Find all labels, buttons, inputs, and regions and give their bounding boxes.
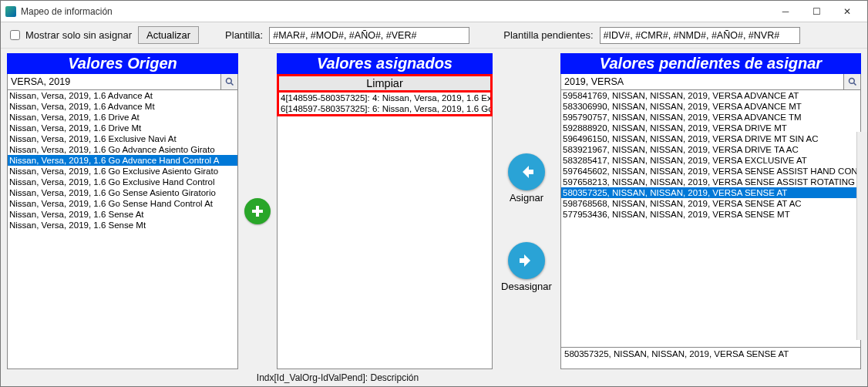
- list-item[interactable]: 577953436, NISSAN, NISSAN, 2019, VERSA S…: [561, 209, 860, 220]
- content-area: Valores Origen Nissan, Versa, 2019, 1.6 …: [1, 49, 867, 369]
- add-column: [241, 53, 274, 369]
- list-item[interactable]: Nissan, Versa, 2019, 1.6 Drive Mt: [8, 123, 237, 133]
- maximize-button[interactable]: ☐: [801, 2, 832, 21]
- list-item[interactable]: 596496150, NISSAN, NISSAN, 2019, VERSA D…: [561, 133, 860, 144]
- plantilla-pend-label: Plantilla pendientes:: [503, 29, 593, 41]
- list-item[interactable]: Nissan, Versa, 2019, 1.6 Sense Mt: [8, 220, 237, 231]
- add-button[interactable]: [244, 198, 271, 224]
- desasignar-label: Desasignar: [501, 281, 552, 292]
- list-item[interactable]: Nissan, Versa, 2019, 1.6 Drive At: [8, 112, 237, 123]
- scrollbar[interactable]: [856, 132, 867, 340]
- limpiar-button[interactable]: Limpiar: [279, 76, 490, 93]
- svg-rect-3: [252, 210, 263, 213]
- list-item[interactable]: 583285417, NISSAN, NISSAN, 2019, VERSA E…: [561, 155, 860, 166]
- minimize-button[interactable]: ─: [770, 2, 801, 21]
- svg-line-1: [230, 83, 233, 86]
- update-button[interactable]: Actualizar: [138, 26, 199, 44]
- list-item[interactable]: Nissan, Versa, 2019, 1.6 Advance Mt: [8, 101, 237, 112]
- list-item[interactable]: Nissan, Versa, 2019, 1.6 Go Exclusive As…: [8, 166, 237, 177]
- origen-search-button[interactable]: [220, 74, 237, 89]
- asignar-label: Asignar: [510, 192, 543, 204]
- svg-point-4: [849, 79, 854, 84]
- list-item[interactable]: 595790757, NISSAN, NISSAN, 2019, VERSA A…: [561, 112, 860, 123]
- assign-buttons-column: Asignar Desasignar: [496, 53, 557, 369]
- asignados-list[interactable]: [277, 116, 493, 369]
- list-item[interactable]: 595841769, NISSAN, NISSAN, 2019, VERSA A…: [561, 90, 860, 101]
- pendientes-header: Valores pendientes de asignar: [560, 53, 861, 74]
- asignar-button[interactable]: Asignar: [508, 153, 545, 204]
- list-item[interactable]: Nissan, Versa, 2019, 1.6 Sense At: [8, 209, 237, 220]
- panel-asignados: Valores asignados Limpiar 4[148595-58035…: [277, 53, 493, 369]
- origen-search-input[interactable]: [8, 74, 220, 89]
- plantilla-input[interactable]: [269, 27, 469, 44]
- list-item[interactable]: Nissan, Versa, 2019, 1.6 Go Sense Asient…: [8, 187, 237, 198]
- list-item[interactable]: 598768568, NISSAN, NISSAN, 2019, VERSA S…: [561, 198, 860, 209]
- list-item[interactable]: Nissan, Versa, 2019, 1.6 Exclusive Navi …: [8, 133, 237, 144]
- search-icon: [225, 77, 234, 86]
- origen-header: Valores Origen: [7, 53, 238, 74]
- panel-origen: Valores Origen Nissan, Versa, 2019, 1.6 …: [7, 53, 238, 369]
- list-item[interactable]: 597645602, NISSAN, NISSAN, 2019, VERSA S…: [561, 166, 860, 177]
- list-item[interactable]: 583306990, NISSAN, NISSAN, 2019, VERSA A…: [561, 101, 860, 112]
- window-title: Mapeo de información: [21, 6, 113, 17]
- list-item[interactable]: 580357325, NISSAN, NISSAN, 2019, VERSA S…: [561, 187, 860, 198]
- app-window: Mapeo de información ─ ☐ ✕ Mostrar solo …: [0, 0, 868, 387]
- status-text: Indx[Id_ValOrg-IdValPend]: Descripción: [257, 372, 419, 383]
- list-item[interactable]: Nissan, Versa, 2019, 1.6 Go Advance Asie…: [8, 144, 237, 155]
- toolbar: Mostrar solo sin asignar Actualizar Plan…: [1, 22, 867, 49]
- arrow-left-icon: [516, 162, 537, 182]
- list-item[interactable]: 597658213, NISSAN, NISSAN, 2019, VERSA S…: [561, 177, 860, 187]
- search-icon: [848, 77, 857, 86]
- pendientes-list[interactable]: 595841769, NISSAN, NISSAN, 2019, VERSA A…: [560, 90, 861, 348]
- list-item[interactable]: Nissan, Versa, 2019, 1.6 Go Advance Hand…: [8, 155, 237, 166]
- panel-pendientes: Valores pendientes de asignar 595841769,…: [560, 53, 861, 369]
- plantilla-pend-input[interactable]: [600, 27, 800, 44]
- list-item[interactable]: 6[148597-580357325]: 6: Nissan, Versa, 2…: [279, 103, 490, 114]
- plantilla-label: Plantilla:: [225, 29, 263, 41]
- asignados-header: Valores asignados: [277, 53, 493, 74]
- list-item[interactable]: 592888920, NISSAN, NISSAN, 2019, VERSA D…: [561, 123, 860, 133]
- plus-icon: [250, 204, 265, 219]
- desasignar-button[interactable]: Desasignar: [501, 242, 552, 292]
- pendientes-search-input[interactable]: [561, 74, 843, 89]
- show-unassigned-checkbox[interactable]: Mostrar solo sin asignar: [7, 28, 132, 42]
- list-item[interactable]: 4[148595-580357325]: 4: Nissan, Versa, 2…: [279, 93, 490, 103]
- titlebar: Mapeo de información ─ ☐ ✕: [1, 1, 867, 22]
- close-button[interactable]: ✕: [832, 2, 863, 21]
- pendientes-detail: 580357325, NISSAN, NISSAN, 2019, VERSA S…: [560, 348, 861, 369]
- arrow-right-icon: [516, 251, 537, 271]
- asignados-highlight-frame: Limpiar 4[148595-580357325]: 4: Nissan, …: [277, 74, 493, 116]
- asignados-visible-list[interactable]: 4[148595-580357325]: 4: Nissan, Versa, 2…: [279, 93, 490, 114]
- list-item[interactable]: Nissan, Versa, 2019, 1.6 Go Sense Hand C…: [8, 198, 237, 209]
- pendientes-search-button[interactable]: [843, 74, 860, 89]
- app-icon: [5, 6, 16, 17]
- show-unassigned-label: Mostrar solo sin asignar: [25, 29, 132, 41]
- svg-line-5: [853, 83, 856, 86]
- list-item[interactable]: 583921967, NISSAN, NISSAN, 2019, VERSA D…: [561, 144, 860, 155]
- statusbar: Indx[Id_ValOrg-IdValPend]: Descripción: [1, 369, 867, 386]
- origen-list[interactable]: Nissan, Versa, 2019, 1.6 Advance AtNissa…: [7, 90, 238, 369]
- show-unassigned-input[interactable]: [10, 30, 20, 40]
- list-item[interactable]: Nissan, Versa, 2019, 1.6 Go Exclusive Ha…: [8, 177, 237, 187]
- svg-point-0: [226, 79, 231, 84]
- list-item[interactable]: Nissan, Versa, 2019, 1.6 Advance At: [8, 90, 237, 101]
